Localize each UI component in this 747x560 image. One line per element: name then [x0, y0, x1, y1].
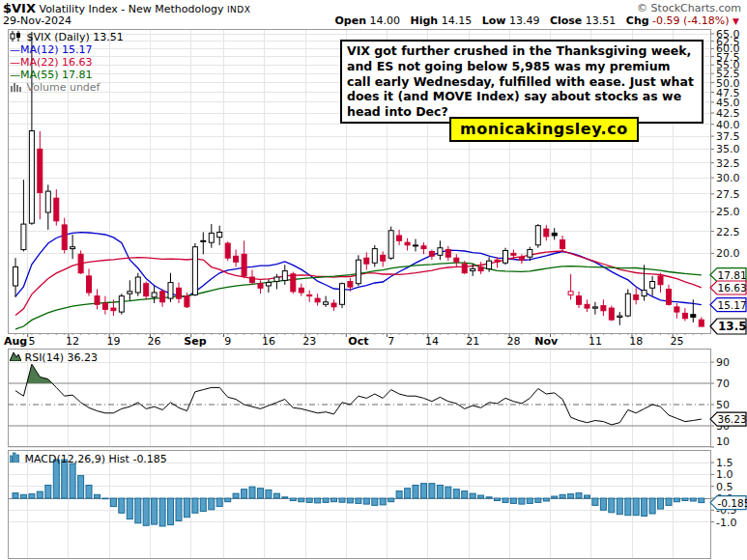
chg-value: -0.59 (-4.18%): [652, 14, 729, 27]
svg-text:16: 16: [262, 335, 275, 348]
svg-text:17.81: 17.81: [718, 269, 747, 281]
chart-header: $VIX Volatility Index - New Methodology …: [3, 1, 250, 15]
svg-text:36.23: 36.23: [718, 413, 747, 425]
svg-text:20.0: 20.0: [716, 247, 740, 260]
svg-text:19: 19: [106, 335, 120, 348]
svg-text:21: 21: [466, 335, 479, 348]
svg-text:1.0: 1.0: [716, 468, 733, 481]
svg-text:22.5: 22.5: [716, 226, 740, 238]
close-label: Close: [550, 14, 582, 27]
quote-line: Open 14.00 High 14.15 Low 13.49 Close 13…: [328, 14, 739, 27]
svg-text:5: 5: [28, 335, 35, 348]
svg-text:90: 90: [716, 356, 730, 369]
svg-text:-1.0: -1.0: [716, 517, 736, 529]
copyright-label: © StockCharts.com: [637, 2, 741, 14]
open-value: 14.00: [369, 14, 400, 27]
svg-text:18: 18: [629, 335, 643, 348]
svg-text:9: 9: [224, 335, 231, 348]
svg-text:10: 10: [716, 435, 730, 448]
svg-text:35.0: 35.0: [716, 143, 740, 155]
svg-text:-0.185: -0.185: [718, 497, 747, 509]
svg-text:37.5: 37.5: [716, 130, 740, 143]
chg-label: Chg: [626, 14, 649, 27]
svg-text:25: 25: [670, 335, 683, 348]
watermark-badge: monicakingsley.co: [449, 117, 639, 142]
svg-text:26: 26: [148, 335, 161, 348]
svg-text:0.5: 0.5: [716, 481, 733, 493]
svg-text:30.0: 30.0: [716, 172, 740, 184]
low-value: 13.49: [509, 14, 540, 27]
svg-text:16.63: 16.63: [718, 282, 747, 294]
svg-text:70: 70: [716, 378, 730, 390]
svg-text:Oct: Oct: [348, 335, 368, 348]
svg-text:32.5: 32.5: [716, 157, 740, 170]
svg-text:7: 7: [388, 335, 394, 348]
svg-text:Sep: Sep: [184, 335, 206, 348]
svg-text:27.5: 27.5: [716, 188, 740, 201]
svg-text:15.17: 15.17: [718, 299, 747, 311]
svg-text:12: 12: [66, 335, 79, 348]
svg-text:28: 28: [506, 335, 520, 348]
svg-text:50: 50: [716, 399, 730, 411]
svg-text:11: 11: [589, 335, 602, 348]
chart-date: 29-Nov-2024: [3, 14, 72, 27]
high-label: High: [410, 14, 438, 27]
svg-text:13.51: 13.51: [718, 320, 747, 333]
svg-text:25.0: 25.0: [716, 206, 740, 218]
svg-text:Nov: Nov: [534, 335, 559, 348]
svg-text:14: 14: [425, 335, 439, 348]
svg-text:42.5: 42.5: [716, 107, 740, 120]
close-value: 13.51: [586, 14, 617, 27]
symbol-title: $VIX: [3, 1, 36, 15]
svg-text:65.0: 65.0: [716, 28, 740, 41]
svg-text:1.5: 1.5: [716, 457, 733, 469]
down-triangle-icon: ▼: [733, 16, 739, 26]
stockcharts-chart-page: { "header": { "symbol": "$VIX", "name": …: [0, 0, 747, 560]
svg-text:40.0: 40.0: [716, 119, 740, 131]
open-label: Open: [334, 14, 366, 27]
svg-text:Aug: Aug: [4, 335, 27, 348]
svg-text:23: 23: [302, 335, 316, 348]
high-value: 14.15: [442, 14, 473, 27]
annotation-box: VIX got further crushed in the Thanksgiv…: [340, 40, 704, 124]
low-label: Low: [482, 14, 506, 27]
exchange-label: INDX: [227, 5, 250, 14]
